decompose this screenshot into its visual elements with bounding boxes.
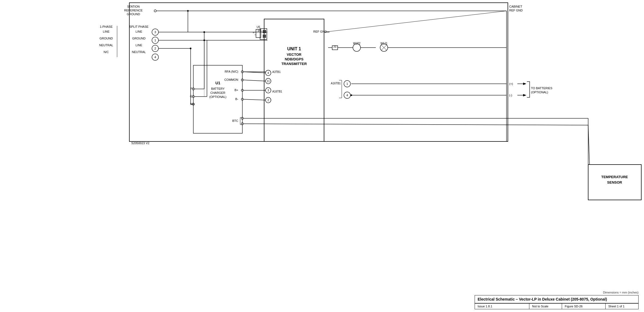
svg-text:RFA (N/C): RFA (N/C) <box>225 70 238 73</box>
svg-rect-0 <box>129 3 508 141</box>
svg-text:1: 1 <box>346 82 348 85</box>
issue-cell: Issue 1.8.1 <box>475 304 529 309</box>
svg-point-3 <box>154 10 156 12</box>
svg-text:CABINET: CABINET <box>509 5 522 8</box>
svg-text:3: 3 <box>154 30 156 34</box>
svg-text:3: 3 <box>267 89 269 92</box>
svg-text:4: 4 <box>154 55 156 59</box>
svg-text:J1: J1 <box>333 45 337 48</box>
svg-text:W1P2: W1P2 <box>353 42 361 45</box>
svg-text:LINE: LINE <box>136 44 142 47</box>
svg-text:2: 2 <box>154 47 156 50</box>
svg-rect-65 <box>264 19 324 141</box>
svg-rect-73 <box>263 35 266 38</box>
drawing-number: S2050023 V2 <box>131 141 149 145</box>
svg-text:U5: U5 <box>257 26 260 29</box>
svg-text:REF GND: REF GND <box>509 9 523 12</box>
svg-text:B-: B- <box>235 97 238 101</box>
svg-text:N: N <box>253 31 254 34</box>
svg-text:LINE: LINE <box>103 30 109 33</box>
svg-text:TRANSMITTER: TRANSMITTER <box>281 62 307 66</box>
station-ref-ground-label: STATION <box>127 5 140 8</box>
svg-text:CHARGER: CHARGER <box>210 91 225 94</box>
svg-line-97 <box>324 11 506 32</box>
svg-text:2: 2 <box>267 99 269 102</box>
svg-text:SPLIT PHASE: SPLIT PHASE <box>129 25 149 28</box>
sheet-cell: Sheet 1 of 1 <box>606 304 638 309</box>
svg-text:BTC: BTC <box>232 119 238 122</box>
svg-line-93 <box>243 80 265 81</box>
svg-text:(-): (-) <box>509 94 512 97</box>
svg-text:NDB/DGPS: NDB/DGPS <box>285 57 304 61</box>
svg-text:GROUND: GROUND <box>132 37 146 40</box>
svg-text:TO BATTERIES: TO BATTERIES <box>531 87 552 90</box>
svg-text:COMMON: COMMON <box>224 78 238 81</box>
figure-cell: Figure SD-26 <box>562 304 606 309</box>
svg-text:GROUND: GROUND <box>100 37 113 40</box>
svg-text:G: G <box>190 95 192 98</box>
svg-text:REF GND: REF GND <box>313 30 327 33</box>
svg-text:1-PHASE: 1-PHASE <box>100 25 112 28</box>
svg-text:(OPTIONAL): (OPTIONAL) <box>531 91 548 94</box>
svg-text:REFERENCE: REFERENCE <box>124 9 143 12</box>
title-block: Dimensions = mm (inches) Electrical Sche… <box>475 291 639 309</box>
svg-text:W1J1: W1J1 <box>380 42 387 45</box>
svg-text:4: 4 <box>267 72 269 75</box>
temp-sensor-label: TEMPERATURE <box>601 175 628 179</box>
svg-text:(OPTIONAL): (OPTIONAL) <box>209 95 227 98</box>
dimensions-note: Dimensions = mm (inches) <box>475 291 639 294</box>
svg-text:(+): (+) <box>509 82 513 85</box>
svg-text:GROUND: GROUND <box>127 13 140 16</box>
svg-text:A16TB1: A16TB1 <box>272 90 282 93</box>
svg-text:A16TB1: A16TB1 <box>331 82 341 85</box>
svg-point-109 <box>353 44 361 51</box>
svg-text:NEUTRAL: NEUTRAL <box>132 50 146 54</box>
svg-text:UNIT 1: UNIT 1 <box>287 47 301 51</box>
svg-line-95 <box>243 99 265 100</box>
scale-cell: Not to Scale <box>529 304 562 309</box>
svg-text:NEUTRAL: NEUTRAL <box>99 44 113 47</box>
schematic-diagram: STATION REFERENCE GROUND CABINET REF GND… <box>0 0 644 312</box>
svg-text:BATTERY: BATTERY <box>211 87 225 90</box>
svg-text:4: 4 <box>346 94 348 97</box>
title-row: Electrical Schematic – Vector-LP in Delu… <box>475 295 638 303</box>
svg-text:VECTOR: VECTOR <box>287 52 302 57</box>
svg-text:SENSOR: SENSOR <box>607 180 622 184</box>
svg-text:LINE: LINE <box>136 30 142 33</box>
svg-line-129 <box>243 124 588 125</box>
svg-text:U1: U1 <box>215 81 220 85</box>
svg-text:N: N <box>190 102 192 106</box>
svg-text:N/C: N/C <box>104 50 109 54</box>
svg-text:1: 1 <box>154 39 156 42</box>
svg-rect-35 <box>193 65 242 133</box>
svg-text:B+: B+ <box>234 88 238 92</box>
svg-text:11: 11 <box>267 80 270 83</box>
svg-text:A3TB1: A3TB1 <box>272 70 281 73</box>
svg-rect-72 <box>263 30 266 33</box>
